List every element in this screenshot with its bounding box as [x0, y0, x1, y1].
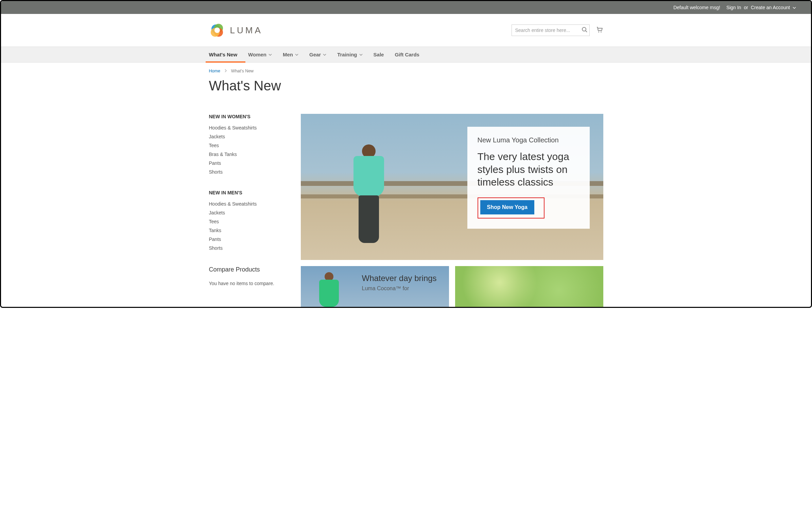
sidebar-link[interactable]: Tees — [209, 141, 287, 150]
create-account-link[interactable]: Create an Account — [751, 5, 796, 10]
sidebar-link[interactable]: Bras & Tanks — [209, 150, 287, 159]
svg-point-5 — [582, 28, 586, 31]
sidebar-heading: NEW IN WOMEN'S — [209, 114, 287, 119]
svg-point-8 — [601, 32, 602, 33]
chevron-down-icon — [295, 53, 298, 57]
nav-item-women[interactable]: Women — [243, 47, 277, 62]
promo-tile-left[interactable]: Whatever day brings Luma Cocona™ for — [301, 266, 449, 307]
svg-line-6 — [586, 31, 587, 32]
nav-item-label: Training — [337, 52, 357, 58]
nav-item-gift-cards[interactable]: Gift Cards — [389, 47, 425, 62]
tile-trees-graphic — [455, 266, 603, 307]
sidebar: NEW IN WOMEN'SHoodies & SweatshirtsJacke… — [209, 114, 287, 307]
breadcrumb-home[interactable]: Home — [209, 69, 220, 73]
chevron-down-icon — [323, 53, 326, 57]
logo-mark-icon — [209, 22, 225, 38]
sidebar-link[interactable]: Pants — [209, 235, 287, 244]
sidebar-block: NEW IN WOMEN'SHoodies & SweatshirtsJacke… — [209, 114, 287, 176]
search-box — [511, 24, 590, 36]
compare-empty-message: You have no items to compare. — [209, 281, 287, 286]
hero-person-graphic — [342, 144, 396, 246]
shop-new-yoga-button[interactable]: Shop New Yoga — [480, 200, 534, 214]
promo-button-highlight: Shop New Yoga — [477, 197, 545, 218]
promo-tile-title: Whatever day brings — [362, 274, 442, 283]
sidebar-link[interactable]: Tees — [209, 217, 287, 226]
compare-title: Compare Products — [209, 266, 287, 273]
sidebar-link[interactable]: Pants — [209, 159, 287, 167]
sidebar-link[interactable]: Shorts — [209, 167, 287, 176]
promo-tile-right[interactable] — [455, 266, 603, 307]
nav-item-label: Gift Cards — [395, 52, 419, 58]
compare-block: Compare Products You have no items to co… — [209, 266, 287, 286]
promo-card: New Luma Yoga Collection The very latest… — [467, 127, 590, 229]
promo-tile-sub: Luma Cocona™ for — [362, 285, 442, 292]
sidebar-link[interactable]: Shorts — [209, 244, 287, 252]
logo-text: LUMA — [230, 25, 263, 36]
chevron-down-icon — [359, 53, 363, 57]
cart-button[interactable] — [596, 26, 603, 35]
sidebar-link[interactable]: Jackets — [209, 132, 287, 141]
promo-hero[interactable]: New Luma Yoga Collection The very latest… — [301, 114, 603, 260]
welcome-message: Default welcome msg! — [673, 5, 720, 10]
sidebar-link[interactable]: Jackets — [209, 208, 287, 217]
header: LUMA — [1, 14, 811, 47]
main-content: New Luma Yoga Collection The very latest… — [301, 114, 603, 307]
cart-icon — [596, 29, 603, 34]
nav-item-label: Gear — [309, 52, 321, 58]
nav-item-label: What's New — [209, 52, 238, 58]
page-title: What's New — [209, 78, 603, 94]
top-bar: Default welcome msg! Sign In or Create a… — [1, 1, 811, 14]
chevron-right-icon — [224, 69, 227, 73]
nav-item-label: Men — [283, 52, 293, 58]
search-input[interactable] — [511, 24, 590, 36]
chevron-down-icon — [793, 5, 796, 10]
sidebar-block: NEW IN MEN'SHoodies & SweatshirtsJackets… — [209, 190, 287, 252]
nav-item-gear[interactable]: Gear — [304, 47, 332, 62]
separator-or: or — [744, 5, 748, 10]
nav-item-sale[interactable]: Sale — [368, 47, 390, 62]
sidebar-link[interactable]: Hoodies & Sweatshirts — [209, 124, 287, 132]
search-icon — [582, 29, 588, 34]
nav-item-men[interactable]: Men — [277, 47, 304, 62]
main-nav: What's NewWomenMenGearTrainingSaleGift C… — [1, 47, 811, 63]
tile-person-graphic — [317, 272, 341, 307]
sidebar-link[interactable]: Tanks — [209, 226, 287, 235]
promo-info-text: New Luma Yoga Collection — [477, 136, 580, 144]
svg-point-4 — [214, 28, 220, 33]
search-button[interactable] — [582, 27, 588, 34]
sidebar-list: Hoodies & SweatshirtsJacketsTeesTanksPan… — [209, 199, 287, 252]
promo-row: Whatever day brings Luma Cocona™ for — [301, 266, 603, 307]
breadcrumb: Home What's New — [209, 69, 603, 73]
sidebar-list: Hoodies & SweatshirtsJacketsTeesBras & T… — [209, 124, 287, 176]
sidebar-heading: NEW IN MEN'S — [209, 190, 287, 195]
nav-item-what-s-new[interactable]: What's New — [209, 47, 243, 62]
sidebar-link[interactable]: Hoodies & Sweatshirts — [209, 199, 287, 208]
breadcrumb-current: What's New — [231, 69, 254, 73]
sign-in-link[interactable]: Sign In — [726, 5, 741, 10]
chevron-down-icon — [269, 53, 272, 57]
nav-item-label: Women — [248, 52, 266, 58]
svg-point-7 — [598, 32, 599, 33]
logo[interactable]: LUMA — [209, 22, 263, 38]
promo-title-text: The very latest yoga styles plus twists … — [477, 150, 580, 189]
nav-item-label: Sale — [374, 52, 384, 58]
create-account-label: Create an Account — [751, 5, 790, 10]
nav-item-training[interactable]: Training — [332, 47, 368, 62]
